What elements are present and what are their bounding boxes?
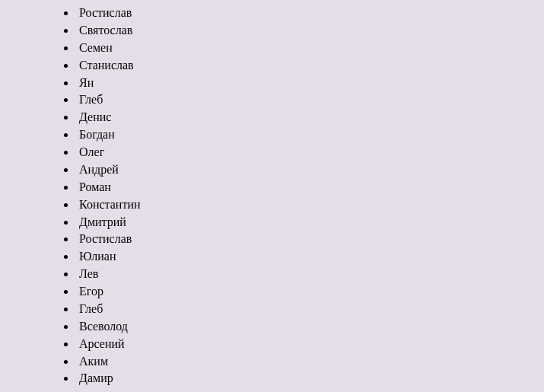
list-item: Ростислав (76, 231, 544, 248)
name-text: Дмитрий (79, 215, 126, 228)
name-text: Андрей (79, 163, 119, 176)
name-text: Денис (79, 110, 111, 123)
name-text: Лев (79, 267, 98, 280)
name-text: Роман (79, 180, 111, 193)
name-text: Юлиан (79, 250, 116, 263)
list-item: Лев (76, 266, 544, 283)
list-item: Семен (76, 40, 544, 57)
name-text: Станислав (79, 59, 134, 72)
list-item: Арсений (76, 336, 544, 353)
list-item: Денис (76, 109, 544, 126)
list-item: Андрей (76, 161, 544, 179)
name-text: Дамир (79, 371, 113, 384)
name-text: Ростислав (79, 232, 132, 245)
list-item: Дмитрий (76, 214, 544, 231)
name-text: Аким (79, 355, 108, 368)
name-text: Семен (79, 41, 113, 54)
list-item: Всеволод (76, 318, 544, 336)
list-item: Ян (76, 75, 544, 92)
list-item: Юлиан (76, 248, 544, 266)
list-item: Егор (76, 283, 544, 301)
list-item: Аким (76, 353, 544, 371)
list-item: Константин (76, 196, 544, 214)
name-text: Глеб (79, 93, 103, 106)
name-text: Егор (79, 285, 103, 298)
list-item: Дамир (76, 370, 544, 387)
list-item: Глеб (76, 301, 544, 318)
list-item: Олег (76, 144, 544, 161)
names-list: Ростислав Святослав Семен Станислав Ян Г… (0, 0, 544, 387)
name-text: Арсений (79, 337, 125, 350)
list-item: Ростислав (76, 5, 544, 22)
name-text: Всеволод (79, 320, 128, 333)
list-item: Богдан (76, 126, 544, 144)
name-text: Ян (79, 76, 94, 89)
name-text: Ростислав (79, 6, 132, 19)
name-text: Олег (79, 145, 104, 158)
list-item: Роман (76, 179, 544, 196)
name-text: Глеб (79, 302, 103, 315)
list-item: Станислав (76, 57, 544, 75)
name-text: Богдан (79, 128, 115, 141)
list-item: Святослав (76, 22, 544, 40)
name-text: Константин (79, 198, 141, 211)
name-text: Святослав (79, 24, 132, 37)
list-item: Глеб (76, 91, 544, 109)
